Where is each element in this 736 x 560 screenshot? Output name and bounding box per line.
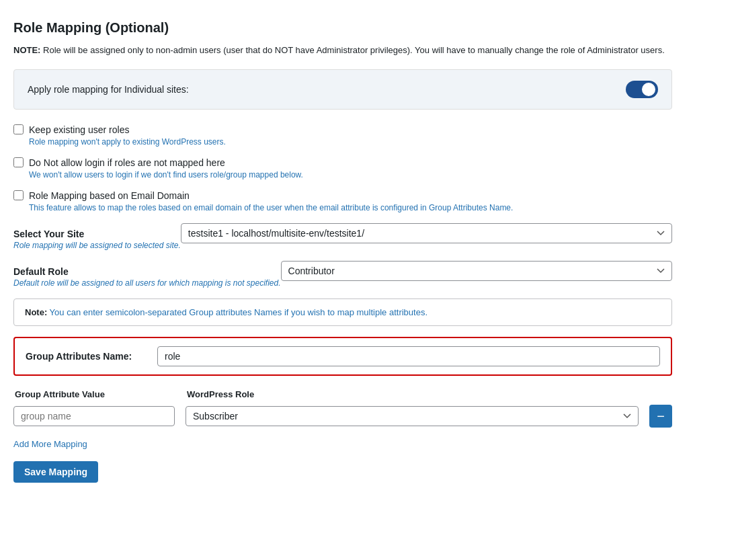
do-not-allow-label[interactable]: Do Not allow login if roles are not mapp…: [29, 157, 225, 168]
note-box-label: Note:: [25, 307, 47, 317]
select-site-label: Select Your Site: [13, 229, 181, 239]
toggle-track: [626, 81, 658, 98]
select-site-sublabel: Role mapping will be assigned to selecte…: [13, 241, 181, 250]
email-domain-checkbox[interactable]: [13, 190, 24, 200]
group-attr-input-wrapper: [157, 346, 660, 366]
mapping-row: Subscriber Contributor Author Editor Adm…: [13, 405, 672, 428]
default-role-label: Default Role: [13, 266, 281, 277]
do-not-allow-desc: We won't allow users to login if we don'…: [29, 170, 672, 179]
email-domain-label[interactable]: Role Mapping based on Email Domain: [29, 190, 190, 201]
select-site-row: Select Your Site Role mapping will be as…: [13, 223, 672, 250]
save-mapping-button[interactable]: Save Mapping: [13, 461, 98, 483]
wp-role-dropdown[interactable]: Subscriber Contributor Author Editor Adm…: [186, 406, 639, 426]
group-attr-label: Group Attributes Name:: [26, 351, 147, 362]
keep-existing-desc: Role mapping won't apply to existing Wor…: [29, 137, 672, 147]
note-box-text: You can enter semicolon-separated Group …: [50, 307, 427, 317]
admin-note: NOTE: Role will be assigned only to non-…: [13, 44, 672, 57]
default-role-dropdown[interactable]: Contributor Subscriber Author Editor Adm…: [281, 261, 672, 281]
note-body: Role will be assigned only to non-admin …: [43, 45, 665, 55]
mapping-col1-header: Group Attribute Value: [15, 389, 176, 399]
toggle-thumb: [642, 83, 655, 96]
remove-mapping-button[interactable]: −: [649, 405, 672, 428]
checkbox-do-not-allow: Do Not allow login if roles are not mapp…: [13, 157, 672, 179]
checkboxes-section: Keep existing user roles Role mapping wo…: [13, 124, 672, 212]
default-role-row: Default Role Default role will be assign…: [13, 261, 672, 288]
do-not-allow-checkbox[interactable]: [13, 157, 24, 167]
mapping-col2-header: WordPress Role: [187, 389, 671, 399]
checkbox-email-domain: Role Mapping based on Email Domain This …: [13, 190, 672, 212]
keep-existing-label[interactable]: Keep existing user roles: [29, 124, 129, 135]
group-name-input[interactable]: [13, 406, 175, 426]
add-more-mapping-link[interactable]: Add More Mapping: [13, 439, 87, 449]
toggle-bar: Apply role mapping for Individual sites:: [13, 69, 672, 110]
checkbox-keep-existing: Keep existing user roles Role mapping wo…: [13, 124, 672, 147]
wp-role-select-wrapper: Subscriber Contributor Author Editor Adm…: [186, 406, 639, 426]
keep-existing-checkbox[interactable]: [13, 124, 24, 134]
email-domain-desc: This feature allows to map the roles bas…: [29, 203, 672, 212]
group-attr-input[interactable]: [157, 346, 660, 366]
default-role-sublabel: Default role will be assigned to all use…: [13, 278, 281, 288]
page-title: Role Mapping (Optional): [13, 20, 723, 36]
individual-sites-toggle[interactable]: [626, 81, 658, 98]
select-site-dropdown[interactable]: testsite1 - localhost/multisite-env/test…: [181, 223, 672, 243]
group-attributes-box: Group Attributes Name:: [13, 337, 672, 376]
note-prefix: NOTE:: [13, 45, 40, 55]
toggle-bar-label: Apply role mapping for Individual sites:: [28, 84, 189, 95]
mapping-headers: Group Attribute Value WordPress Role: [13, 389, 672, 399]
note-box: Note: You can enter semicolon-separated …: [13, 298, 672, 326]
group-name-input-wrapper: [13, 406, 175, 426]
